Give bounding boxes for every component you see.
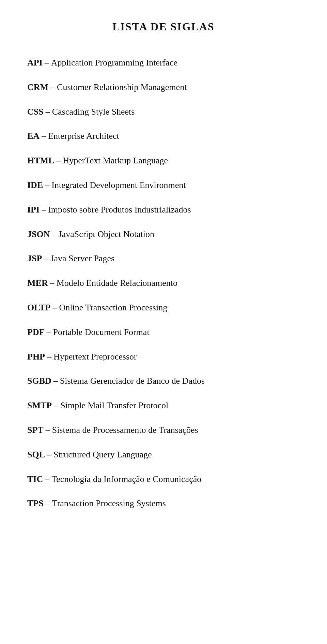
acronym-abbr: SMTP — [27, 400, 52, 410]
acronym-dash: – — [42, 205, 46, 215]
acronym-dash: – — [47, 352, 51, 362]
acronym-description: JavaScript Object Notation — [58, 229, 154, 239]
acronym-description: Portable Document Format — [53, 327, 150, 337]
acronym-description: Simple Mail Transfer Protocol — [60, 400, 168, 410]
acronym-description: Enterprise Architect — [48, 131, 119, 141]
acronym-dash: – — [46, 107, 50, 117]
acronym-abbr: SGBD — [27, 376, 51, 386]
acronym-abbr: IPI — [27, 205, 40, 215]
acronym-dash: – — [46, 498, 50, 508]
list-item: SPT–Sistema de Processamento de Transaçõ… — [27, 424, 300, 436]
list-item: API–Application Programming Interface — [27, 57, 300, 69]
list-item: JSON–JavaScript Object Notation — [27, 229, 300, 240]
acronym-abbr: TPS — [27, 498, 44, 508]
list-item: SMTP–Simple Mail Transfer Protocol — [27, 400, 300, 411]
acronym-description: Application Programming Interface — [51, 58, 177, 68]
acronym-dash: – — [50, 82, 55, 92]
acronym-dash: – — [46, 425, 50, 435]
acronym-description: Java Server Pages — [50, 253, 114, 263]
acronym-abbr: CRM — [27, 82, 48, 92]
acronym-abbr: PDF — [27, 327, 45, 337]
acronym-list: API–Application Programming InterfaceCRM… — [27, 57, 300, 509]
acronym-dash: – — [47, 327, 51, 337]
acronym-description: Hypertext Preprocessor — [53, 352, 137, 362]
acronym-description: Imposto sobre Produtos Industrializados — [48, 205, 191, 215]
acronym-abbr: OLTP — [27, 303, 50, 312]
acronym-dash: – — [47, 450, 51, 459]
list-item: PDF–Portable Document Format — [27, 326, 300, 338]
acronym-description: Modelo Entidade Relacionamento — [57, 278, 177, 288]
acronym-abbr: PHP — [27, 352, 45, 362]
list-item: TIC–Tecnologia da Informação e Comunicaç… — [27, 473, 300, 485]
acronym-abbr: IDE — [27, 180, 43, 190]
list-item: CRM–Customer Relationship Management — [27, 82, 300, 93]
acronym-dash: – — [44, 253, 48, 263]
list-item: IPI–Imposto sobre Produtos Industrializa… — [27, 204, 300, 216]
acronym-description: Customer Relationship Management — [57, 82, 187, 92]
acronym-description: Transaction Processing Systems — [52, 498, 166, 508]
list-item: JSP–Java Server Pages — [27, 253, 300, 264]
list-item: PHP–Hypertext Preprocessor — [27, 351, 300, 363]
list-item: EA–Enterprise Architect — [27, 130, 300, 142]
acronym-description: Cascading Style Sheets — [52, 107, 135, 117]
acronym-abbr: SPT — [27, 425, 44, 435]
list-item: CSS–Cascading Style Sheets — [27, 106, 300, 118]
acronym-abbr: HTML — [27, 156, 54, 165]
acronym-dash: – — [54, 400, 58, 410]
acronym-dash: – — [52, 229, 56, 239]
list-item: SGBD–Sistema Gerenciador de Banco de Dad… — [27, 375, 300, 387]
acronym-description: HyperText Markup Language — [63, 156, 168, 165]
list-item: HTML–HyperText Markup Language — [27, 155, 300, 166]
list-item: MER–Modelo Entidade Relacionamento — [27, 277, 300, 289]
acronym-description: Structured Query Language — [53, 450, 152, 459]
acronym-dash: – — [50, 278, 54, 288]
acronym-dash: – — [42, 131, 46, 141]
acronym-abbr: MER — [27, 278, 48, 288]
acronym-dash: – — [56, 156, 61, 165]
list-item: TPS–Transaction Processing Systems — [27, 498, 300, 509]
acronym-dash: – — [52, 303, 57, 312]
acronym-abbr: JSON — [27, 229, 50, 239]
acronym-abbr: CSS — [27, 107, 44, 117]
acronym-description: Online Transaction Processing — [59, 303, 167, 312]
list-item: OLTP–Online Transaction Processing — [27, 302, 300, 313]
acronym-abbr: SQL — [27, 450, 45, 459]
acronym-dash: – — [45, 58, 49, 68]
acronym-abbr: TIC — [27, 474, 43, 484]
acronym-description: Tecnologia da Informação e Comunicação — [51, 474, 201, 484]
acronym-abbr: EA — [27, 131, 40, 141]
acronym-dash: – — [53, 376, 58, 386]
list-item: IDE–Integrated Development Environment — [27, 179, 300, 191]
acronym-dash: – — [45, 474, 49, 484]
acronym-dash: – — [45, 180, 49, 190]
acronym-abbr: JSP — [27, 253, 42, 263]
acronym-description: Integrated Development Environment — [51, 180, 186, 190]
acronym-description: Sistema Gerenciador de Banco de Dados — [60, 376, 205, 386]
acronym-abbr: API — [27, 58, 43, 68]
acronym-description: Sistema de Processamento de Transações — [52, 425, 198, 435]
page-title: LISTA DE SIGLAS — [27, 20, 300, 33]
list-item: SQL–Structured Query Language — [27, 449, 300, 460]
